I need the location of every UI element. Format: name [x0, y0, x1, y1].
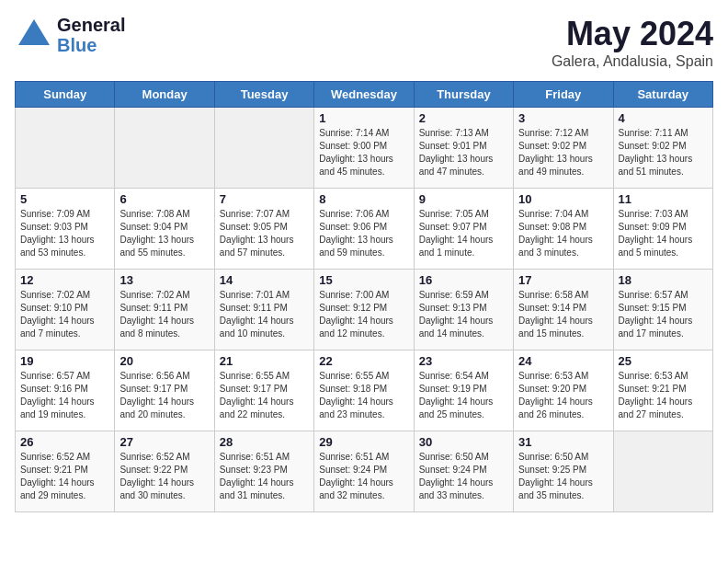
day-info: Sunrise: 6:53 AMSunset: 9:21 PMDaylight:…	[619, 370, 708, 421]
calendar-cell: 14Sunrise: 7:01 AMSunset: 9:11 PMDayligh…	[214, 270, 313, 350]
header-sunday: Sunday	[16, 82, 115, 108]
logo: General Blue	[15, 15, 125, 55]
calendar-table: SundayMondayTuesdayWednesdayThursdayFrid…	[15, 81, 713, 512]
day-info: Sunrise: 7:11 AMSunset: 9:02 PMDaylight:…	[619, 127, 708, 178]
calendar-week-row: 1Sunrise: 7:14 AMSunset: 9:00 PMDaylight…	[16, 108, 713, 189]
day-number: 27	[119, 435, 209, 449]
day-info: Sunrise: 7:02 AMSunset: 9:11 PMDaylight:…	[119, 289, 209, 340]
calendar-cell: 31Sunrise: 6:50 AMSunset: 9:25 PMDayligh…	[514, 431, 613, 512]
day-info: Sunrise: 6:56 AMSunset: 9:17 PMDaylight:…	[119, 370, 209, 421]
calendar-cell: 9Sunrise: 7:05 AMSunset: 9:07 PMDaylight…	[414, 189, 513, 270]
day-number: 31	[518, 435, 608, 449]
day-number: 11	[619, 192, 708, 206]
calendar-cell: 25Sunrise: 6:53 AMSunset: 9:21 PMDayligh…	[613, 350, 712, 431]
header-saturday: Saturday	[613, 82, 712, 108]
day-info: Sunrise: 6:51 AMSunset: 9:24 PMDaylight:…	[319, 451, 408, 502]
day-number: 16	[419, 273, 508, 287]
calendar-body: 1Sunrise: 7:14 AMSunset: 9:00 PMDaylight…	[16, 108, 713, 512]
header-monday: Monday	[115, 82, 214, 108]
day-number: 10	[518, 192, 608, 206]
day-number: 8	[319, 192, 408, 206]
calendar-cell: 27Sunrise: 6:52 AMSunset: 9:22 PMDayligh…	[115, 431, 214, 512]
day-number: 24	[518, 354, 608, 368]
calendar-cell: 19Sunrise: 6:57 AMSunset: 9:16 PMDayligh…	[16, 350, 115, 431]
day-number: 30	[419, 435, 508, 449]
calendar-cell: 28Sunrise: 6:51 AMSunset: 9:23 PMDayligh…	[214, 431, 313, 512]
day-number: 13	[119, 273, 209, 287]
day-number: 25	[619, 354, 708, 368]
day-number: 6	[119, 192, 209, 206]
day-number: 18	[619, 273, 708, 287]
day-info: Sunrise: 7:03 AMSunset: 9:09 PMDaylight:…	[619, 208, 708, 259]
calendar-cell: 6Sunrise: 7:08 AMSunset: 9:04 PMDaylight…	[115, 189, 214, 270]
day-number: 3	[518, 111, 608, 125]
day-number: 23	[419, 354, 508, 368]
day-info: Sunrise: 7:04 AMSunset: 9:08 PMDaylight:…	[518, 208, 608, 259]
calendar-cell: 21Sunrise: 6:55 AMSunset: 9:17 PMDayligh…	[214, 350, 313, 431]
calendar-cell: 29Sunrise: 6:51 AMSunset: 9:24 PMDayligh…	[314, 431, 414, 512]
day-number: 1	[319, 111, 408, 125]
day-number: 15	[319, 273, 408, 287]
day-number: 7	[220, 192, 309, 206]
day-info: Sunrise: 7:05 AMSunset: 9:07 PMDaylight:…	[419, 208, 508, 259]
day-info: Sunrise: 6:52 AMSunset: 9:21 PMDaylight:…	[20, 451, 109, 502]
location: Galera, Andalusia, Spain	[552, 53, 713, 70]
month-year: May 2024	[552, 15, 713, 53]
header-wednesday: Wednesday	[314, 82, 414, 108]
calendar-cell: 23Sunrise: 6:54 AMSunset: 9:19 PMDayligh…	[414, 350, 513, 431]
day-info: Sunrise: 6:52 AMSunset: 9:22 PMDaylight:…	[119, 451, 209, 502]
calendar-cell: 24Sunrise: 6:53 AMSunset: 9:20 PMDayligh…	[514, 350, 613, 431]
calendar-cell: 12Sunrise: 7:02 AMSunset: 9:10 PMDayligh…	[16, 270, 115, 350]
logo-text-general: General	[57, 15, 125, 35]
day-number: 17	[518, 273, 608, 287]
day-info: Sunrise: 6:55 AMSunset: 9:18 PMDaylight:…	[319, 370, 408, 421]
day-number: 9	[419, 192, 508, 206]
header-tuesday: Tuesday	[214, 82, 313, 108]
day-info: Sunrise: 6:53 AMSunset: 9:20 PMDaylight:…	[518, 370, 608, 421]
svg-marker-1	[18, 19, 50, 45]
title-block: May 2024 Galera, Andalusia, Spain	[552, 15, 713, 70]
day-info: Sunrise: 6:51 AMSunset: 9:23 PMDaylight:…	[220, 451, 309, 502]
calendar-cell: 11Sunrise: 7:03 AMSunset: 9:09 PMDayligh…	[613, 189, 712, 270]
day-info: Sunrise: 6:55 AMSunset: 9:17 PMDaylight:…	[220, 370, 309, 421]
calendar-week-row: 12Sunrise: 7:02 AMSunset: 9:10 PMDayligh…	[16, 270, 713, 350]
day-number: 29	[319, 435, 408, 449]
calendar-cell: 4Sunrise: 7:11 AMSunset: 9:02 PMDaylight…	[613, 108, 712, 189]
calendar-week-row: 5Sunrise: 7:09 AMSunset: 9:03 PMDaylight…	[16, 189, 713, 270]
day-info: Sunrise: 7:02 AMSunset: 9:10 PMDaylight:…	[20, 289, 109, 340]
page-header: General Blue May 2024 Galera, Andalusia,…	[15, 15, 713, 70]
day-number: 21	[220, 354, 309, 368]
day-info: Sunrise: 6:59 AMSunset: 9:13 PMDaylight:…	[419, 289, 508, 340]
day-info: Sunrise: 6:57 AMSunset: 9:15 PMDaylight:…	[619, 289, 708, 340]
calendar-cell: 15Sunrise: 7:00 AMSunset: 9:12 PMDayligh…	[314, 270, 414, 350]
day-info: Sunrise: 7:01 AMSunset: 9:11 PMDaylight:…	[220, 289, 309, 340]
calendar-cell: 13Sunrise: 7:02 AMSunset: 9:11 PMDayligh…	[115, 270, 214, 350]
day-number: 22	[319, 354, 408, 368]
day-info: Sunrise: 7:00 AMSunset: 9:12 PMDaylight:…	[319, 289, 408, 340]
calendar-cell: 2Sunrise: 7:13 AMSunset: 9:01 PMDaylight…	[414, 108, 513, 189]
day-info: Sunrise: 6:57 AMSunset: 9:16 PMDaylight:…	[20, 370, 109, 421]
calendar-cell: 16Sunrise: 6:59 AMSunset: 9:13 PMDayligh…	[414, 270, 513, 350]
logo-text-blue: Blue	[57, 35, 125, 55]
calendar-header-row: SundayMondayTuesdayWednesdayThursdayFrid…	[16, 82, 713, 108]
header-friday: Friday	[514, 82, 613, 108]
calendar-cell: 7Sunrise: 7:07 AMSunset: 9:05 PMDaylight…	[214, 189, 313, 270]
calendar-cell	[214, 108, 313, 189]
calendar-week-row: 26Sunrise: 6:52 AMSunset: 9:21 PMDayligh…	[16, 431, 713, 512]
calendar-cell: 1Sunrise: 7:14 AMSunset: 9:00 PMDaylight…	[314, 108, 414, 189]
calendar-cell: 3Sunrise: 7:12 AMSunset: 9:02 PMDaylight…	[514, 108, 613, 189]
calendar-cell	[115, 108, 214, 189]
calendar-cell: 26Sunrise: 6:52 AMSunset: 9:21 PMDayligh…	[16, 431, 115, 512]
day-info: Sunrise: 6:50 AMSunset: 9:25 PMDaylight:…	[518, 451, 608, 502]
day-number: 12	[20, 273, 109, 287]
header-thursday: Thursday	[414, 82, 513, 108]
day-info: Sunrise: 7:07 AMSunset: 9:05 PMDaylight:…	[220, 208, 309, 259]
calendar-cell: 8Sunrise: 7:06 AMSunset: 9:06 PMDaylight…	[314, 189, 414, 270]
day-info: Sunrise: 7:12 AMSunset: 9:02 PMDaylight:…	[518, 127, 608, 178]
calendar-cell: 17Sunrise: 6:58 AMSunset: 9:14 PMDayligh…	[514, 270, 613, 350]
calendar-cell: 30Sunrise: 6:50 AMSunset: 9:24 PMDayligh…	[414, 431, 513, 512]
day-info: Sunrise: 7:09 AMSunset: 9:03 PMDaylight:…	[20, 208, 109, 259]
calendar-cell: 5Sunrise: 7:09 AMSunset: 9:03 PMDaylight…	[16, 189, 115, 270]
calendar-cell: 22Sunrise: 6:55 AMSunset: 9:18 PMDayligh…	[314, 350, 414, 431]
day-info: Sunrise: 6:54 AMSunset: 9:19 PMDaylight:…	[419, 370, 508, 421]
